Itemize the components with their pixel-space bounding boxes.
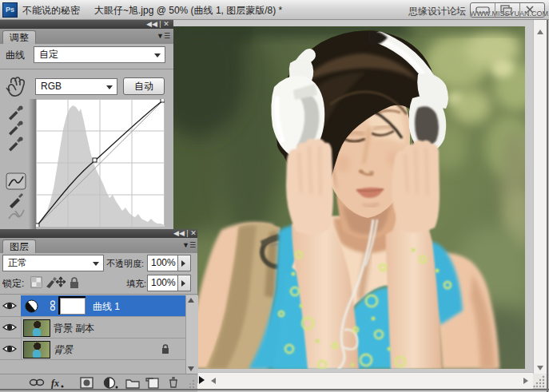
svg-text:fx: fx [51,378,59,389]
